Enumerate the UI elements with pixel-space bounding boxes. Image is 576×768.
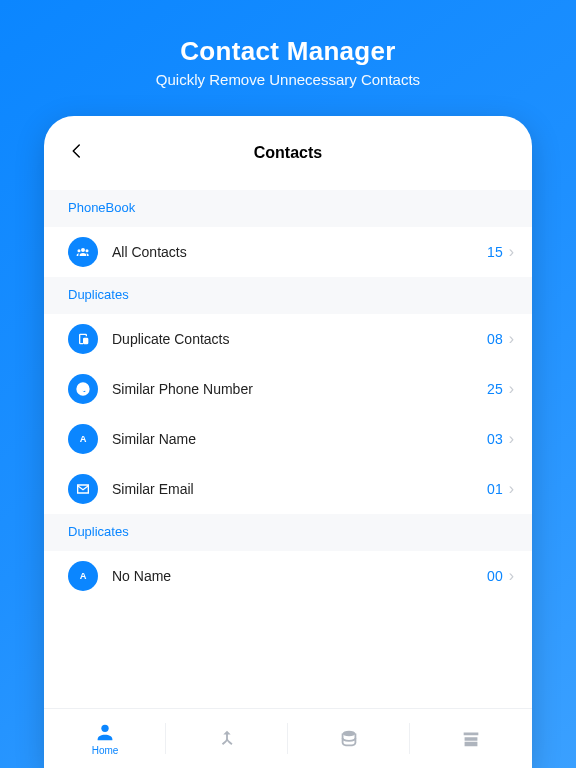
row-count: 25 — [487, 381, 503, 397]
mail-icon — [68, 474, 98, 504]
row-title: Similar Email — [112, 481, 487, 497]
row-no-name[interactable]: A No Name 00 › — [44, 551, 532, 601]
row-title: Similar Name — [112, 431, 487, 447]
chevron-right-icon: › — [509, 380, 514, 398]
group-icon — [68, 237, 98, 267]
archive-icon — [460, 728, 482, 750]
svg-point-2 — [101, 725, 108, 732]
svg-text:A: A — [80, 434, 87, 444]
page-title: Contacts — [254, 144, 322, 162]
database-icon — [338, 728, 360, 750]
content-scroll: PhoneBook All Contacts 15 › Duplicates D… — [44, 190, 532, 708]
nav-bar: Contacts — [44, 116, 532, 190]
device-frame: Contacts PhoneBook All Contacts 15 › Dup… — [44, 116, 532, 768]
hero: Contact Manager Quickly Remove Unnecessa… — [156, 0, 420, 106]
letter-a-icon: A — [68, 561, 98, 591]
row-title: Similar Phone Number — [112, 381, 487, 397]
hero-subtitle: Quickly Remove Unnecessary Contacts — [156, 71, 420, 88]
chevron-right-icon: › — [509, 330, 514, 348]
section-label-duplicates-2: Duplicates — [44, 514, 532, 551]
row-similar-email[interactable]: Similar Email 01 › — [44, 464, 532, 514]
home-person-icon — [94, 721, 116, 743]
tab-merge[interactable] — [166, 709, 288, 768]
tab-label-home: Home — [92, 745, 119, 756]
row-title: No Name — [112, 568, 487, 584]
section-label-duplicates-1: Duplicates — [44, 277, 532, 314]
tab-archive[interactable] — [410, 709, 532, 768]
svg-text:A: A — [80, 571, 87, 581]
tab-home[interactable]: Home — [44, 709, 166, 768]
chevron-right-icon: › — [509, 480, 514, 498]
merge-icon — [216, 728, 238, 750]
row-similar-name[interactable]: A Similar Name 03 › — [44, 414, 532, 464]
letter-a-icon: A — [68, 424, 98, 454]
svg-point-3 — [343, 730, 356, 736]
chevron-right-icon: › — [509, 567, 514, 585]
tab-bar: Home — [44, 708, 532, 768]
duplicate-icon — [68, 324, 98, 354]
back-button[interactable] — [68, 142, 86, 164]
row-count: 15 — [487, 244, 503, 260]
row-duplicate-contacts[interactable]: Duplicate Contacts 08 › — [44, 314, 532, 364]
chevron-right-icon: › — [509, 430, 514, 448]
phone-icon — [68, 374, 98, 404]
chevron-right-icon: › — [509, 243, 514, 261]
row-all-contacts[interactable]: All Contacts 15 › — [44, 227, 532, 277]
row-count: 01 — [487, 481, 503, 497]
row-similar-phone[interactable]: Similar Phone Number 25 › — [44, 364, 532, 414]
row-count: 03 — [487, 431, 503, 447]
row-title: Duplicate Contacts — [112, 331, 487, 347]
row-title: All Contacts — [112, 244, 487, 260]
hero-title: Contact Manager — [156, 36, 420, 67]
row-count: 08 — [487, 331, 503, 347]
tab-backup[interactable] — [288, 709, 410, 768]
row-count: 00 — [487, 568, 503, 584]
back-chevron-icon — [68, 142, 86, 160]
section-label-phonebook: PhoneBook — [44, 190, 532, 227]
